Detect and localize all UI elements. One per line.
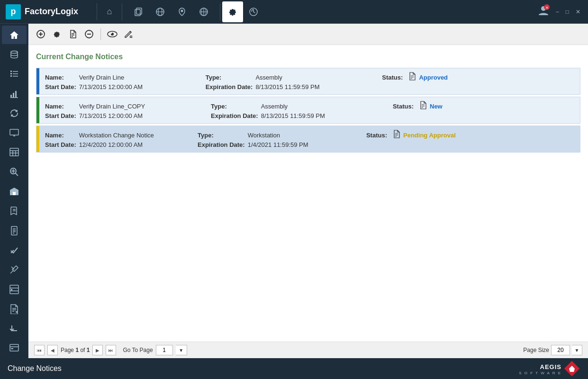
- document-toolbar-button[interactable]: [66, 27, 80, 41]
- sidebar-item-note[interactable]: [2, 299, 27, 318]
- status-icon-1: [408, 72, 416, 82]
- sidebar-item-arrow[interactable]: [2, 319, 27, 337]
- start-value-3: 12/4/2020 12:00:00 AM: [79, 141, 198, 148]
- status-value-1: Approved: [419, 74, 448, 81]
- goto-dropdown[interactable]: ▼: [176, 345, 187, 355]
- page-content: Current Change Notices Name: Verify Drai…: [28, 24, 588, 358]
- name-value-1: Verify Drain Line: [79, 74, 206, 81]
- type-label-2: Type:: [211, 103, 261, 110]
- type-value-3: Workstation: [248, 132, 366, 139]
- status-bar: Change Notices AEGIS S O F T W A R E: [0, 358, 588, 379]
- sidebar-item-card[interactable]: [2, 339, 27, 357]
- svg-point-14: [11, 51, 18, 53]
- svg-rect-1: [136, 8, 142, 14]
- svg-rect-20: [13, 76, 18, 77]
- notice-body-3: Name: Workstation Change Notice Type: Wo…: [39, 126, 580, 152]
- page-size-input[interactable]: [551, 345, 570, 355]
- sidebar-item-warehouse[interactable]: [2, 182, 27, 200]
- goto-input[interactable]: [156, 345, 173, 355]
- svg-point-5: [181, 9, 183, 12]
- first-page-button[interactable]: ⏮: [34, 345, 45, 355]
- svg-line-34: [15, 173, 18, 176]
- view-button[interactable]: [106, 27, 119, 41]
- svg-rect-38: [13, 192, 16, 195]
- goto-label: Go To Page: [123, 347, 153, 353]
- notice-card-3[interactable]: Name: Workstation Change Notice Type: Wo…: [36, 126, 580, 153]
- page-label: Page: [61, 347, 74, 353]
- svg-rect-18: [13, 73, 18, 74]
- minimize-button[interactable]: −: [553, 8, 562, 16]
- svg-rect-59: [11, 348, 13, 349]
- sidebar-item-refresh[interactable]: [2, 104, 27, 122]
- status-bar-text: Change Notices: [8, 364, 62, 373]
- main-area: Current Change Notices Name: Verify Drai…: [0, 24, 588, 358]
- notice-card-1[interactable]: Name: Verify Drain Line Type: Assembly S…: [36, 68, 580, 95]
- sidebar-item-table[interactable]: [2, 143, 27, 162]
- sidebar-item-book[interactable]: [2, 202, 27, 220]
- maximize-button[interactable]: □: [563, 8, 572, 16]
- exp-value-2: 8/13/2015 11:59:59 PM: [261, 112, 393, 119]
- name-label-3: Name:: [45, 132, 79, 139]
- top-nav-backup[interactable]: [243, 1, 264, 22]
- logo-text: FactoryLogix: [25, 7, 78, 17]
- top-nav-user-globe[interactable]: [150, 1, 171, 22]
- type-value-2: Assembly: [261, 103, 393, 110]
- exp-label-3: Expiration Date:: [198, 141, 248, 148]
- sidebar-item-docs[interactable]: [2, 221, 27, 240]
- name-value-2: Verify Drain Line_COPY: [79, 103, 211, 110]
- page-size-dropdown[interactable]: ▼: [572, 345, 582, 355]
- type-label-3: Type:: [198, 132, 248, 139]
- toolbar: [28, 24, 588, 45]
- aegis-sub: S O F T W A R E: [519, 371, 561, 375]
- pagination-bar: ⏮ ◀ Page 1 of 1 ▶ ⏭ Go To Page ▼ Page Si…: [28, 342, 588, 358]
- notice-body-2: Name: Verify Drain Line_COPY Type: Assem…: [39, 97, 580, 123]
- status-label-1: Status:: [382, 74, 406, 81]
- of-label: of: [80, 347, 85, 353]
- svg-rect-22: [13, 93, 14, 98]
- nav-divider-1: [97, 3, 97, 20]
- sidebar-item-tools[interactable]: [2, 261, 27, 279]
- next-page-button[interactable]: ▶: [92, 345, 103, 355]
- start-value-1: 7/13/2015 12:00:00 AM: [79, 83, 206, 90]
- name-label-2: Name:: [45, 103, 79, 110]
- sidebar-item-home[interactable]: [2, 26, 27, 44]
- sidebar-item-list[interactable]: [2, 65, 27, 83]
- exp-label-2: Expiration Date:: [211, 112, 261, 119]
- notice-card-2[interactable]: Name: Verify Drain Line_COPY Type: Assem…: [36, 97, 580, 124]
- settings-toolbar-button[interactable]: [50, 27, 63, 41]
- svg-point-70: [111, 33, 112, 34]
- nav-divider-2: [122, 3, 122, 20]
- status-label-2: Status:: [393, 103, 416, 110]
- window-controls: − □ ✕: [553, 8, 583, 16]
- top-nav-location[interactable]: [172, 1, 192, 22]
- svg-rect-15: [10, 71, 12, 72]
- logo-section: p FactoryLogix: [0, 4, 95, 19]
- remove-button[interactable]: [82, 27, 96, 41]
- svg-line-49: [10, 271, 13, 273]
- prev-page-button[interactable]: ◀: [47, 345, 58, 355]
- top-nav-gear[interactable]: [222, 1, 243, 22]
- exp-value-1: 8/13/2015 11:59:59 PM: [255, 83, 382, 90]
- logo-box: p: [6, 4, 21, 19]
- svg-rect-0: [135, 9, 140, 16]
- add-button[interactable]: [34, 27, 47, 41]
- sidebar-item-database[interactable]: [2, 45, 27, 63]
- svg-rect-42: [11, 226, 17, 235]
- sidebar-item-monitor[interactable]: [2, 123, 27, 142]
- status-icon-2: [419, 101, 427, 111]
- sidebar-item-chart[interactable]: [2, 84, 27, 103]
- edit-button[interactable]: [122, 27, 135, 41]
- status-value-2: New: [430, 103, 443, 110]
- sidebar-item-search[interactable]: [2, 162, 27, 181]
- sidebar-item-panel[interactable]: [2, 280, 27, 298]
- user-account-icon[interactable]: ✕: [537, 4, 550, 19]
- type-label-1: Type:: [206, 74, 256, 81]
- top-nav-icons: [124, 1, 218, 22]
- top-nav-home[interactable]: ⌂: [99, 1, 120, 22]
- top-nav-copy[interactable]: [128, 1, 149, 22]
- last-page-button[interactable]: ⏭: [106, 345, 116, 355]
- sidebar-item-check[interactable]: [2, 241, 27, 259]
- top-nav-network[interactable]: [193, 1, 214, 22]
- logo-letter: p: [11, 7, 16, 17]
- close-button[interactable]: ✕: [573, 8, 583, 16]
